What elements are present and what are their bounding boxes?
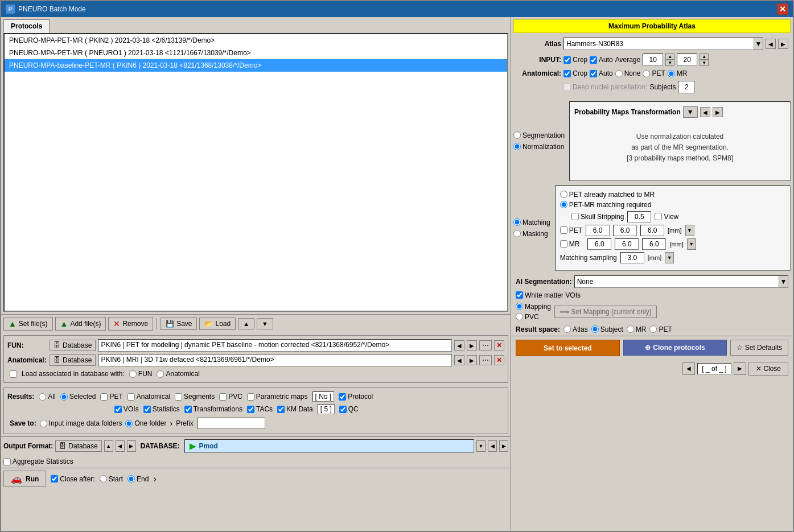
white-matter-checkbox[interactable] xyxy=(516,291,523,299)
set-mapping-btn[interactable]: ⟹ Set Mapping (current only) xyxy=(554,306,657,318)
anat-none-radio[interactable] xyxy=(615,70,623,77)
clone-protocols-btn[interactable]: ⊕ Clone protocols xyxy=(623,340,727,356)
matching-radio[interactable] xyxy=(513,218,521,226)
anat-extra-btn[interactable]: ⋯ xyxy=(479,355,492,365)
km-data-checkbox[interactable] xyxy=(277,406,285,413)
anat-mr-radio[interactable] xyxy=(668,70,675,77)
view-checkbox[interactable] xyxy=(655,213,662,220)
avg-value-input[interactable] xyxy=(643,53,663,66)
start-radio[interactable] xyxy=(100,475,107,482)
output-prev-btn[interactable]: ◀ xyxy=(116,440,125,452)
anat-pet-radio[interactable] xyxy=(643,70,650,77)
move-down-btn[interactable]: ▼ xyxy=(257,318,273,329)
input-auto-checkbox[interactable] xyxy=(590,56,597,64)
load-associated-checkbox[interactable] xyxy=(10,370,17,378)
fun-prev-btn[interactable]: ◀ xyxy=(454,340,464,350)
rs-atlas-radio[interactable] xyxy=(563,325,571,333)
avg-spin-down[interactable]: ▼ xyxy=(665,60,674,66)
tab-protocols[interactable]: Protocols xyxy=(3,19,50,33)
tacs-checkbox[interactable] xyxy=(247,406,254,413)
pet-checkbox[interactable] xyxy=(100,393,108,401)
pet-mm-checkbox[interactable] xyxy=(560,226,567,234)
fun-input-field[interactable]: PKIN6 | PET for modeling | dynamic PET b… xyxy=(98,339,452,352)
pvc-checkbox[interactable] xyxy=(219,393,227,401)
mr-mm-checkbox[interactable] xyxy=(560,240,567,248)
protocol-item-2[interactable]: PNEURO-MPA-baseline-PET-MR ( PKIN6 ) 202… xyxy=(5,59,507,72)
prob-map-prev-btn[interactable]: ◀ xyxy=(700,107,710,117)
protocol-list[interactable]: PNEURO-MPA-PET-MR ( PKIN2 ) 2021-03-18 <… xyxy=(3,33,508,312)
vois-checkbox[interactable] xyxy=(114,406,122,413)
atlas-dropdown-btn[interactable]: ▼ xyxy=(754,38,763,50)
pmod-field[interactable]: ▶ Pmod xyxy=(184,439,474,453)
anat-auto-checkbox[interactable] xyxy=(590,70,597,77)
subjects-input[interactable] xyxy=(678,81,695,93)
ai-dropdown-btn[interactable]: ▼ xyxy=(779,276,788,287)
input-folders-radio[interactable] xyxy=(40,420,47,427)
pet-mm-v1[interactable] xyxy=(586,225,610,236)
pet-mm-dropdown[interactable]: ▼ xyxy=(685,225,694,236)
set-defaults-btn[interactable]: ☆ Set Defaults xyxy=(730,340,788,356)
qc-checkbox[interactable] xyxy=(339,406,347,413)
close-window-title-btn[interactable]: ✕ xyxy=(777,3,788,15)
fun-extra-btn[interactable]: ⋯ xyxy=(479,340,492,350)
close-btn[interactable]: ✕ Close xyxy=(748,362,788,376)
normalization-radio[interactable] xyxy=(513,143,521,150)
add-files-btn[interactable]: ▲ Add file(s) xyxy=(55,317,106,331)
anat-next-btn[interactable]: ▶ xyxy=(467,355,477,365)
atlas-prev-btn[interactable]: ◀ xyxy=(766,39,776,49)
rs-pet-radio[interactable] xyxy=(649,325,657,333)
avg-max-spin-up[interactable]: ▲ xyxy=(700,53,709,60)
avg-spin-up[interactable]: ▲ xyxy=(665,53,674,60)
sampling-dropdown[interactable]: ▼ xyxy=(665,252,674,263)
protocol-item-1[interactable]: PNEURO-MPA-PET-MR ( PNEURO1 ) 2021-03-18… xyxy=(5,47,507,59)
load-btn[interactable]: 📂 Load xyxy=(199,317,236,330)
protocol-checkbox[interactable] xyxy=(339,393,346,401)
anat-prev-btn[interactable]: ◀ xyxy=(454,355,464,365)
pmod-prev-btn[interactable]: ◀ xyxy=(488,440,497,452)
page-nav-prev-btn[interactable]: ◀ xyxy=(682,362,695,375)
rs-mr-radio[interactable] xyxy=(627,325,634,333)
input-crop-checkbox[interactable] xyxy=(563,56,571,64)
pmod-next-btn[interactable]: ▶ xyxy=(499,440,508,452)
mapping-radio[interactable] xyxy=(516,303,523,310)
avg-max-input[interactable] xyxy=(677,53,697,66)
mr-mm-v3[interactable] xyxy=(642,238,666,250)
pvc-radio[interactable] xyxy=(516,313,523,320)
atlas-next-btn[interactable]: ▶ xyxy=(778,39,788,49)
end-radio[interactable] xyxy=(127,475,135,482)
rs-subject-radio[interactable] xyxy=(591,325,599,333)
move-up-btn[interactable]: ▲ xyxy=(238,318,254,329)
segments-checkbox[interactable] xyxy=(175,393,182,401)
sampling-value[interactable] xyxy=(620,252,644,263)
parametric-maps-checkbox[interactable] xyxy=(247,393,254,401)
mr-mm-v2[interactable] xyxy=(615,238,639,250)
already-matched-radio[interactable] xyxy=(560,191,567,198)
output-db-btn[interactable]: 🗄 Database xyxy=(55,440,101,452)
transformations-checkbox[interactable] xyxy=(184,406,192,413)
anat-db-btn[interactable]: 🗄 Database xyxy=(50,354,96,366)
one-folder-radio[interactable] xyxy=(125,420,133,427)
segmentation-radio[interactable] xyxy=(513,131,521,139)
anat-crop-checkbox[interactable] xyxy=(563,70,571,77)
skull-strip-checkbox[interactable] xyxy=(571,213,579,220)
fun-close-btn[interactable]: ✕ xyxy=(494,340,504,350)
masking-radio[interactable] xyxy=(513,230,521,237)
avg-max-spin-down[interactable]: ▼ xyxy=(700,60,709,66)
anatomical-results-checkbox[interactable] xyxy=(127,393,135,401)
aggregate-checkbox[interactable] xyxy=(3,458,11,465)
set-to-selected-btn[interactable]: Set to selected xyxy=(516,340,620,356)
fun-db-btn[interactable]: 🗄 Database xyxy=(50,340,96,351)
skull-strip-value[interactable] xyxy=(627,211,651,222)
assoc-fun-radio[interactable] xyxy=(129,370,137,378)
anat-input-field[interactable]: PKIN6 | MRI | 3D T1w defaced <821/1369/6… xyxy=(98,354,452,366)
match-required-radio[interactable] xyxy=(560,201,567,208)
pmod-dropdown-btn[interactable]: ▼ xyxy=(476,440,486,452)
fun-next-btn[interactable]: ▶ xyxy=(467,340,477,350)
page-nav-next-btn[interactable]: ▶ xyxy=(734,362,746,375)
save-btn[interactable]: 💾 Save xyxy=(161,317,197,330)
output-next-btn[interactable]: ▶ xyxy=(127,440,136,452)
pet-mm-v2[interactable] xyxy=(613,225,637,236)
prob-map-dropdown-btn[interactable]: ▼ xyxy=(683,106,698,118)
output-up-btn[interactable]: ▲ xyxy=(104,440,113,452)
close-after-checkbox[interactable] xyxy=(51,475,58,482)
